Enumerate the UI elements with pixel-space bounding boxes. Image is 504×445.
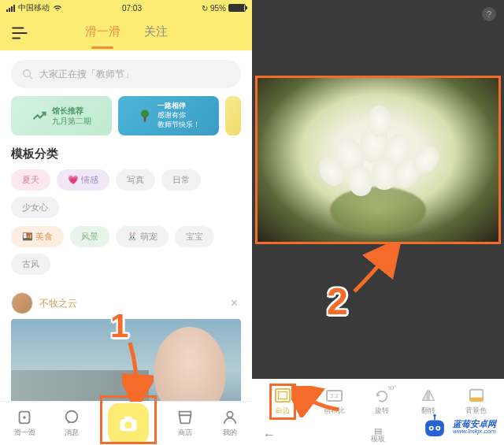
border-icon — [274, 388, 291, 403]
promo-row: 馆长推荐九月第二期 一路相伴感谢有你教师节快乐！ — [0, 96, 252, 146]
callout-1: 1 — [110, 307, 128, 345]
svg-rect-2 — [12, 37, 20, 39]
pill-food[interactable]: 🍱美食 — [11, 226, 64, 247]
promo-card-teachers-day[interactable]: 一路相伴感谢有你教师节快乐！ — [118, 96, 219, 135]
profile-icon — [221, 409, 239, 426]
pill-emotion[interactable]: 💗情感 — [57, 169, 109, 191]
search-icon — [22, 69, 33, 80]
section-title-templates: 模板分类 — [0, 146, 252, 169]
promo-1-line2: 九月第二期 — [52, 116, 91, 126]
chart-up-icon — [32, 108, 47, 124]
close-icon[interactable]: × — [231, 296, 241, 310]
svg-rect-12 — [124, 416, 132, 420]
status-time: 07:03 — [122, 4, 142, 13]
bottom-strip-label: 模板 — [371, 436, 385, 443]
menu-icon[interactable] — [9, 23, 30, 43]
right-editor-screen: ? — [252, 0, 504, 445]
canvas-image[interactable] — [258, 78, 498, 242]
svg-rect-17 — [470, 398, 483, 402]
promo-2-line3: 教师节快乐！ — [158, 121, 200, 130]
avatar[interactable] — [11, 292, 33, 314]
back-arrow-icon[interactable]: ← — [263, 428, 276, 442]
user-name: 不牧之云 — [39, 297, 77, 310]
nav-swipe[interactable]: 滑一滑 — [14, 409, 35, 438]
canvas-highlight-frame — [255, 76, 501, 244]
promo-2-line1: 一路相伴 — [158, 102, 200, 111]
watermark-line2: www.lmkjx.com — [453, 428, 496, 436]
svg-point-9 — [65, 411, 77, 423]
pill-summer[interactable]: 夏天 — [11, 169, 50, 191]
battery-pct: 95% — [210, 4, 226, 13]
svg-point-5 — [141, 110, 149, 118]
pill-row-2: 🍱美食 风景 🐰萌宠 宝宝 古风 — [0, 226, 252, 283]
tab-swipe[interactable]: 滑一滑 — [85, 24, 120, 43]
pill-baby[interactable]: 宝宝 — [175, 226, 214, 247]
carrier-label: 中国移动 — [18, 2, 50, 13]
sync-icon: ↻ — [202, 4, 208, 13]
svg-rect-18 — [425, 421, 444, 436]
tool-aspect-ratio[interactable]: 3:2 画布比 — [324, 388, 345, 416]
svg-rect-0 — [12, 27, 24, 28]
search-bar[interactable]: 大家正在搜「教师节」 — [11, 60, 241, 88]
store-icon — [176, 409, 194, 426]
svg-rect-1 — [12, 32, 28, 34]
svg-rect-6 — [144, 117, 146, 122]
flip-icon — [420, 388, 437, 403]
bottom-nav: 滑一滑 消息 商店 我的 — [0, 401, 252, 445]
scroll-icon — [16, 409, 33, 426]
watermark: 蓝莓安卓网 www.lmkjx.com — [421, 413, 496, 440]
promo-card-curator[interactable]: 馆长推荐九月第二期 — [11, 96, 112, 135]
pill-portrait[interactable]: 写真 — [116, 169, 155, 191]
nav-camera-button[interactable] — [108, 403, 149, 444]
message-icon — [63, 409, 80, 426]
status-bar: 中国移动 07:03 ↻ 95% — [0, 0, 252, 16]
svg-point-13 — [227, 412, 232, 417]
tool-border-highlight-frame: 白边 — [269, 384, 296, 420]
tool-rotate[interactable]: 90° 旋转 — [372, 388, 391, 416]
tree-icon — [137, 108, 153, 124]
callout-2: 2 — [327, 280, 348, 323]
svg-point-22 — [437, 427, 439, 429]
left-app-screen: 中国移动 07:03 ↻ 95% 滑一滑 关注 大家正在搜「教师节」 — [0, 0, 252, 445]
nav-messages[interactable]: 消息 — [63, 409, 80, 438]
nav-store[interactable]: 商店 — [176, 409, 194, 438]
camera-icon — [117, 413, 139, 435]
tool-bgcolor[interactable]: 背景色 — [465, 388, 487, 416]
search-placeholder: 大家正在搜「教师节」 — [39, 68, 134, 81]
battery-icon — [228, 4, 246, 12]
svg-line-4 — [30, 76, 33, 80]
canvas-area[interactable] — [252, 76, 504, 244]
wifi-icon — [53, 4, 62, 12]
pill-daily[interactable]: 日常 — [161, 169, 201, 191]
pill-row-1: 夏天 💗情感 写真 日常 少女心 — [0, 169, 252, 226]
bgcolor-icon — [468, 388, 485, 403]
pill-scenery[interactable]: 风景 — [70, 226, 109, 247]
watermark-robot-icon — [421, 413, 448, 440]
svg-point-24 — [433, 414, 435, 417]
tool-flip[interactable]: 翻转 — [419, 388, 438, 416]
svg-point-21 — [430, 427, 432, 429]
pill-vintage[interactable]: 古风 — [11, 254, 50, 275]
promo-card-more[interactable] — [225, 96, 241, 135]
svg-point-3 — [24, 70, 31, 77]
svg-rect-15 — [278, 391, 287, 399]
header: 滑一滑 关注 — [0, 16, 252, 50]
promo-1-line1: 馆长推荐 — [52, 106, 91, 116]
svg-point-11 — [124, 421, 132, 428]
svg-point-8 — [23, 416, 26, 419]
ratio-icon: 3:2 — [326, 390, 343, 402]
svg-rect-14 — [276, 389, 290, 402]
tool-border[interactable]: 白边 — [273, 388, 292, 416]
watermark-line1: 蓝莓安卓网 — [453, 419, 496, 428]
signal-icon — [6, 5, 15, 12]
help-button[interactable]: ? — [482, 7, 496, 21]
pill-girly[interactable]: 少女心 — [11, 197, 59, 218]
pill-pets[interactable]: 🐰萌宠 — [116, 226, 169, 247]
nav-profile[interactable]: 我的 — [221, 409, 239, 438]
promo-2-line2: 感谢有你 — [158, 111, 200, 121]
tab-follow[interactable]: 关注 — [144, 24, 168, 43]
